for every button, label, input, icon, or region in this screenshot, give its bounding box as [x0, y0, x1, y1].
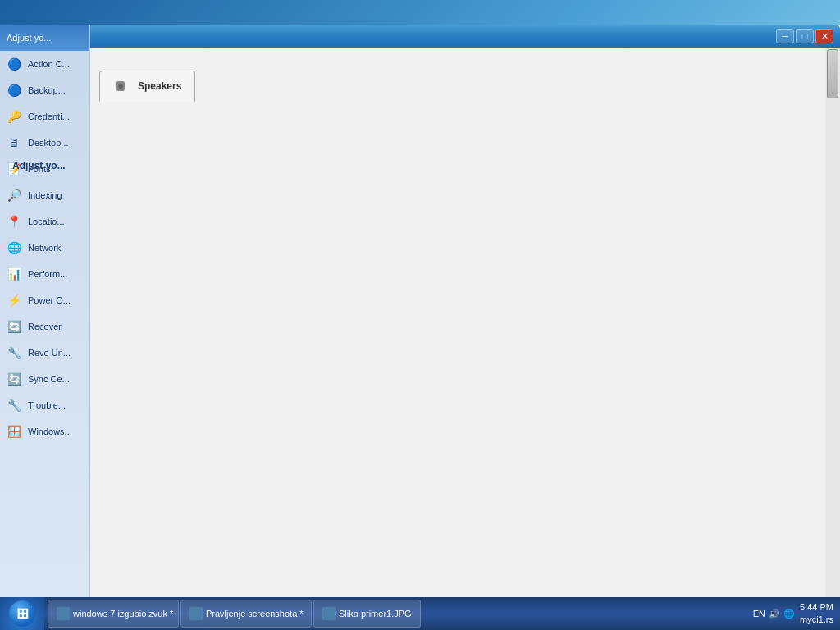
- windows-icon: 🪟: [5, 422, 23, 441]
- clock-date: myci1.rs: [800, 614, 833, 626]
- sidebar-item-revo[interactable]: 🔧 Revo Un...: [0, 340, 89, 366]
- sidebar-item-label: Revo Un...: [28, 348, 71, 358]
- lang-indicator[interactable]: EN: [753, 609, 765, 619]
- bg-window-titlebar: Control Panel ─ □ ✕: [0, 25, 840, 48]
- location-icon: 📍: [5, 212, 23, 231]
- network-icon: 🌐: [5, 239, 23, 257]
- sidebar-header-text: Adjust yo...: [7, 33, 51, 43]
- clock-time: 5:44 PM: [800, 601, 833, 614]
- bg-close-btn[interactable]: ✕: [815, 29, 833, 43]
- bg-minimize-btn[interactable]: ─: [776, 29, 794, 43]
- sidebar-item-desktop[interactable]: 🖥 Desktop...: [0, 130, 89, 156]
- taskbar-clock[interactable]: 5:44 PM myci1.rs: [800, 601, 833, 627]
- svg-point-1: [118, 84, 123, 89]
- sidebar-item-label: Windows...: [28, 427, 72, 436]
- sidebar-item-label: Network: [28, 243, 61, 253]
- sidebar-item-windows[interactable]: 🪟 Windows...: [0, 418, 89, 445]
- sidebar-item-recover[interactable]: 🔄 Recover: [0, 313, 89, 340]
- sidebar-item-indexing[interactable]: 🔎 Indexing: [0, 182, 89, 208]
- taskbar-right: EN 🔊 🌐 5:44 PM myci1.rs: [746, 601, 840, 627]
- backup-icon: 🔵: [5, 81, 23, 99]
- sidebar-item-label: Power O...: [28, 295, 71, 305]
- sidebar-item-label: Indexing: [28, 190, 62, 200]
- scrollbar-track[interactable]: [825, 48, 840, 597]
- taskbar-item-3-icon: [322, 607, 336, 620]
- start-button[interactable]: ⊞: [0, 597, 44, 630]
- sidebar-item-credentials[interactable]: 🔑 Credenti...: [0, 103, 89, 130]
- taskbar-item-2-label: Pravljenje screenshota *: [206, 609, 304, 619]
- sidebar-item-network[interactable]: 🌐 Network: [0, 235, 89, 261]
- sidebar-item-label: Trouble...: [28, 400, 66, 410]
- sidebar-top-text: Adjust yo...: [12, 160, 66, 171]
- taskbar-item-2-icon: [189, 607, 203, 620]
- background-window: Control Panel ─ □ ✕ Adjust yo... 🔵 Actio…: [0, 25, 840, 597]
- bg-maximize-btn[interactable]: □: [796, 29, 814, 43]
- desktop-icon: 🖥: [5, 134, 23, 152]
- speakers-tab-icon: [113, 76, 133, 96]
- taskbar-item-1[interactable]: windows 7 izgubio zvuk *: [48, 600, 179, 628]
- taskbar-items: windows 7 izgubio zvuk * Pravljenje scre…: [44, 597, 746, 630]
- sidebar-header: Adjust yo...: [0, 25, 89, 51]
- sidebar-item-sync[interactable]: 🔄 Sync Ce...: [0, 366, 89, 392]
- sidebar-item-action[interactable]: 🔵 Action C...: [0, 51, 89, 77]
- recover-icon: 🔄: [5, 317, 23, 336]
- sidebar-item-backup[interactable]: 🔵 Backup...: [0, 77, 89, 103]
- scrollbar-thumb[interactable]: [827, 49, 838, 98]
- taskbar-item-1-label: windows 7 izgubio zvuk *: [73, 609, 173, 619]
- sidebar-item-performance[interactable]: 📊 Perform...: [0, 261, 89, 287]
- taskbar: ⊞ windows 7 izgubio zvuk * Pravljenje sc…: [0, 597, 840, 630]
- sidebar-item-label: Backup...: [28, 85, 66, 95]
- taskbar-item-3[interactable]: Slika primer1.JPG: [313, 600, 421, 628]
- troubleshoot-icon: 🔧: [5, 396, 23, 414]
- revo-icon: 🔧: [5, 344, 23, 362]
- credentials-icon: 🔑: [5, 107, 23, 126]
- network-tray-icon[interactable]: 🌐: [783, 609, 795, 619]
- tab-speakers-label: Speakers: [138, 80, 181, 92]
- performance-icon: 📊: [5, 265, 23, 283]
- sidebar-item-label: Action C...: [28, 59, 70, 69]
- sidebar-item-location[interactable]: 📍 Locatio...: [0, 208, 89, 235]
- sidebar-item-power[interactable]: ⚡ Power O...: [0, 287, 89, 313]
- sidebar-item-label: Credenti...: [28, 112, 70, 121]
- sidebar-item-label: Sync Ce...: [28, 374, 70, 384]
- bg-window-controls: ─ □ ✕: [776, 29, 833, 43]
- sidebar: Adjust yo... 🔵 Action C... 🔵 Backup... 🔑…: [0, 25, 90, 622]
- sidebar-item-label: Locatio...: [28, 217, 65, 226]
- sidebar-item-label: Recover: [28, 322, 62, 331]
- indexing-icon: 🔎: [5, 186, 23, 204]
- taskbar-item-2[interactable]: Pravljenje screenshota *: [180, 600, 312, 628]
- power-icon: ⚡: [5, 291, 23, 309]
- tab-speakers[interactable]: Speakers: [99, 71, 195, 102]
- taskbar-item-3-label: Slika primer1.JPG: [339, 609, 412, 619]
- sidebar-item-troubleshoot[interactable]: 🔧 Trouble...: [0, 392, 89, 418]
- action-icon: 🔵: [5, 55, 23, 73]
- sidebar-item-label: Desktop...: [28, 138, 69, 148]
- sidebar-item-label: Perform...: [28, 269, 67, 279]
- volume-tray-icon[interactable]: 🔊: [769, 609, 780, 619]
- taskbar-item-1-icon: [57, 607, 70, 620]
- start-orb: ⊞: [9, 600, 35, 627]
- desktop: Control Panel ─ □ ✕ Adjust yo... 🔵 Actio…: [0, 0, 840, 630]
- sync-icon: 🔄: [5, 370, 23, 388]
- sys-tray-icons: EN 🔊 🌐: [753, 609, 795, 619]
